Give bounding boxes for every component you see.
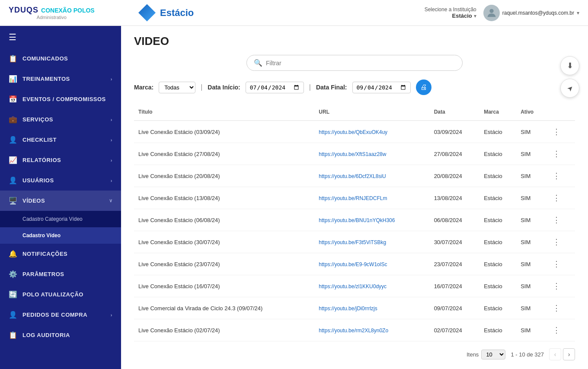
cell-marca: Estácio	[479, 121, 516, 143]
search-input[interactable]	[266, 60, 455, 67]
sidebar-item-label: COMUNICADOS	[22, 55, 68, 62]
institution-name: Estácio	[452, 13, 472, 19]
export-icon: ⬇	[567, 61, 573, 70]
relatorios-icon: 📈	[9, 156, 17, 164]
sidebar-item-label: PARÂMETROS	[22, 271, 64, 277]
user-avatar-icon	[486, 7, 498, 19]
prev-page-button[interactable]: ‹	[549, 348, 561, 360]
institution-arrow-icon: ▾	[474, 13, 476, 19]
row-actions-button[interactable]: ⋮	[550, 214, 563, 226]
sidebar-item-videos[interactable]: 🖥️ VÍDEOS ∨	[0, 191, 121, 211]
cell-marca: Estácio	[479, 165, 516, 187]
row-actions-button[interactable]: ⋮	[550, 258, 563, 270]
cell-ativo: SIM	[516, 231, 546, 253]
sidebar-item-label: NOTIFICAÇÕES	[22, 251, 67, 257]
cell-actions: ⋮	[546, 121, 575, 143]
sidebar-item-comunicados[interactable]: 📋 COMUNICADOS	[0, 48, 121, 69]
start-date-input[interactable]	[246, 82, 304, 93]
sidebar-item-parametros[interactable]: ⚙️ PARÂMETROS	[0, 264, 121, 284]
sidebar-item-treinamentos[interactable]: 📊 TREINAMENTOS ›	[0, 69, 121, 89]
cell-data: 20/08/2024	[430, 165, 480, 187]
divider-1: |	[201, 83, 202, 91]
sidebar-item-label: SERVIÇOS	[22, 116, 53, 123]
row-actions-button[interactable]: ⋮	[550, 126, 563, 137]
cell-ativo: SIM	[516, 275, 546, 297]
cell-data: 09/07/2024	[430, 297, 480, 319]
user-email: raquel.msantos@yduqs.com.br	[502, 10, 574, 16]
print-button[interactable]: 🖨	[416, 80, 431, 95]
sidebar-item-log-auditoria[interactable]: 📋 LOG AUDITORIA	[0, 325, 121, 345]
sidebar-item-servicos[interactable]: 💼 SERVIÇOS ›	[0, 109, 121, 130]
brand-filter-select[interactable]: Todas Estácio YDUQS	[159, 82, 195, 93]
cell-url: https://youtu.be/F3t5ViTSBkg	[314, 231, 429, 253]
avatar	[483, 5, 500, 21]
row-actions-button[interactable]: ⋮	[550, 302, 563, 314]
cell-titulo: Live Conexão Estácio (03/09/24)	[134, 121, 314, 143]
table-row: Live Conexão Estácio (06/08/24) https://…	[134, 209, 575, 231]
cell-actions: ⋮	[546, 319, 575, 341]
sidebar-item-relatorios[interactable]: 📈 RELATÓRIOS ›	[0, 150, 121, 170]
cell-titulo: Live Conexão Estácio (27/08/24)	[134, 143, 314, 165]
subitem-label: Cadastro Categoria Vídeo	[22, 216, 83, 222]
logo-yduqs: YDUQS	[9, 6, 41, 14]
cell-ativo: SIM	[516, 253, 546, 275]
layout: ☰ 📋 COMUNICADOS 📊 TREINAMENTOS › 📅 EVENT…	[0, 26, 588, 369]
page-title: VIDEO	[134, 35, 575, 48]
row-actions-button[interactable]: ⋮	[550, 324, 563, 336]
user-info[interactable]: raquel.msantos@yduqs.com.br ▾	[483, 5, 579, 21]
sidebar-item-usuarios[interactable]: 👤 USUÁRIOS ›	[0, 170, 121, 191]
cell-url: https://youtu.be/RNJEDCFLm	[314, 187, 429, 209]
svg-point-0	[489, 9, 493, 13]
table-row: Live Conexão Estácio (30/07/24) https://…	[134, 231, 575, 253]
videos-icon: 🖥️	[9, 197, 17, 205]
cell-data: 03/09/2024	[430, 121, 480, 143]
table-row: Live Comercial da Virada de Ciclo 24.3 (…	[134, 297, 575, 319]
sidebar-subitem-cadastro-video[interactable]: Cadastro Vídeo	[0, 227, 121, 244]
sidebar-item-polo-atualizacao[interactable]: 🔄 POLO ATUALIZAÇÃO	[0, 284, 121, 305]
subitem-label: Cadastro Vídeo	[22, 232, 61, 239]
row-actions-button[interactable]: ⋮	[550, 170, 563, 181]
cell-url: https://youtu.be/BNU1nYQkH306	[314, 209, 429, 231]
table-row: Live Conexão Estácio (03/09/24) https://…	[134, 121, 575, 143]
institution-selector[interactable]: Selecione a Instituição Estácio ▾	[425, 6, 476, 19]
share-button[interactable]: ➤	[560, 79, 579, 98]
treinamentos-icon: 📊	[9, 75, 17, 83]
row-actions-button[interactable]: ⋮	[550, 236, 563, 248]
sidebar-subitem-cadastro-categoria[interactable]: Cadastro Categoria Vídeo	[0, 211, 121, 227]
cell-data: 27/08/2024	[430, 143, 480, 165]
cell-ativo: SIM	[516, 187, 546, 209]
table-body: Live Conexão Estácio (03/09/24) https://…	[134, 121, 575, 341]
header-right: Selecione a Instituição Estácio ▾ raquel…	[425, 5, 579, 21]
cell-titulo: Live Conexão Estácio (06/08/24)	[134, 209, 314, 231]
pagination-range: 1 - 10 de 327	[511, 351, 544, 358]
cell-data: 06/08/2024	[430, 209, 480, 231]
sidebar-item-checklist[interactable]: 👤 CHECKLIST ›	[0, 130, 121, 150]
logo-text: YDUQS CONEXÃO POLOS Administrativo	[9, 6, 95, 20]
end-date-input[interactable]	[352, 82, 411, 93]
row-actions-button[interactable]: ⋮	[550, 280, 563, 292]
header: YDUQS CONEXÃO POLOS Administrativo Estác…	[0, 0, 588, 26]
chevron-down-icon: ∨	[109, 198, 113, 204]
polo-icon: 🔄	[9, 290, 17, 299]
filters-bar: Marca: Todas Estácio YDUQS | Data Início…	[134, 80, 575, 95]
comunicados-icon: 📋	[9, 54, 17, 63]
cell-url: https://youtu.be/6Dcf2XL8siU	[314, 165, 429, 187]
brand-diamond-icon	[138, 4, 156, 22]
brand-area: Estácio	[130, 4, 425, 22]
next-page-button[interactable]: ›	[563, 348, 575, 360]
pagination: Itens 10 25 50 100 1 - 10 de 327 ‹ ›	[134, 341, 575, 364]
hamburger-button[interactable]: ☰	[0, 26, 121, 48]
sidebar-item-eventos[interactable]: 📅 EVENTOS / COMPROMISSOS	[0, 89, 121, 109]
row-actions-button[interactable]: ⋮	[550, 192, 563, 204]
sidebar-item-notificacoes[interactable]: 🔔 NOTIFICAÇÕES	[0, 244, 121, 264]
cell-ativo: SIM	[516, 165, 546, 187]
sidebar-item-label: TREINAMENTOS	[22, 76, 70, 82]
user-dropdown-icon: ▾	[577, 10, 579, 16]
chevron-right-icon: ›	[111, 158, 112, 163]
sidebar-item-pedidos-compra[interactable]: 👤 PEDIDOS DE COMPRA ›	[0, 305, 121, 325]
cell-ativo: SIM	[516, 121, 546, 143]
row-actions-button[interactable]: ⋮	[550, 148, 563, 159]
cell-titulo: Live Conexão Estácio (02/07/24)	[134, 319, 314, 341]
items-per-page-select[interactable]: 10 25 50 100	[481, 350, 505, 359]
export-button[interactable]: ⬇	[560, 56, 579, 75]
